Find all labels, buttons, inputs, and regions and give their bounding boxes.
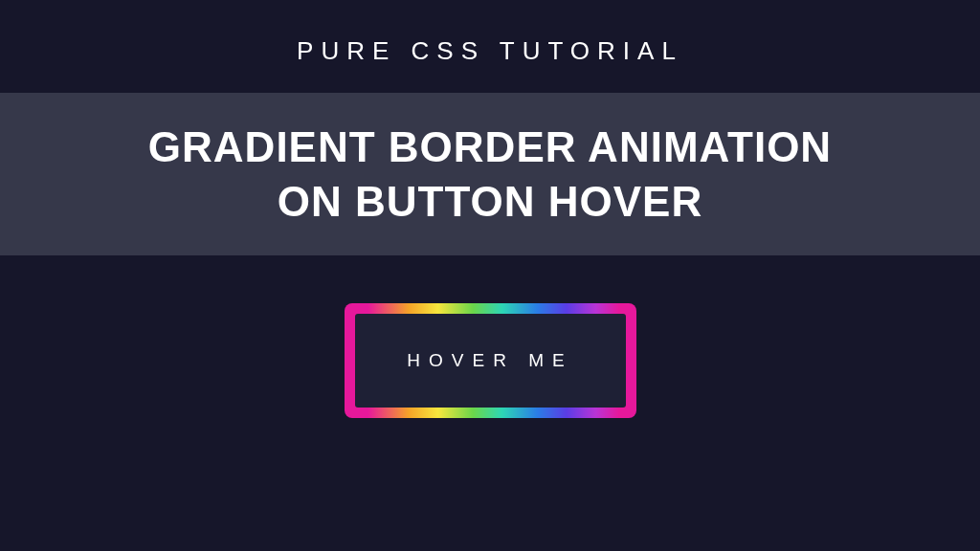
tutorial-subtitle: PURE CSS TUTORIAL	[0, 0, 980, 93]
button-inner: HOVER ME	[355, 314, 626, 408]
button-label: HOVER ME	[407, 350, 572, 371]
button-container: HOVER ME	[0, 255, 980, 418]
title-line-2: ON BUTTON HOVER	[278, 178, 702, 225]
hover-me-button[interactable]: HOVER ME	[345, 303, 636, 418]
title-band: GRADIENT BORDER ANIMATION ON BUTTON HOVE…	[0, 93, 980, 255]
main-title: GRADIENT BORDER ANIMATION ON BUTTON HOVE…	[0, 120, 980, 229]
title-line-1: GRADIENT BORDER ANIMATION	[148, 123, 832, 170]
